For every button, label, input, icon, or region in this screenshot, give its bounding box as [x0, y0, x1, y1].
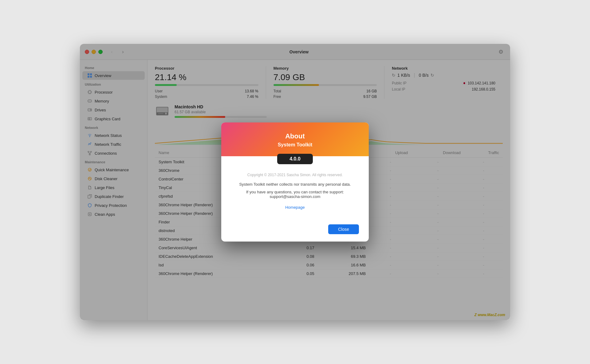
dialog-app-name: System Toolkit [229, 142, 361, 148]
dialog-no-collect: System Toolkit neither collects nor tran… [231, 182, 359, 187]
dialog-header: About System Toolkit [221, 122, 369, 156]
dialog-contact: If you have any questions, you can conta… [231, 190, 359, 199]
close-dialog-button[interactable]: Close [328, 224, 359, 234]
dialog-homepage-link[interactable]: Homepage [231, 205, 359, 210]
app-window: ‹ › Overview ⚙ Home Overview Utili [80, 44, 510, 320]
dialog-version-badge: 4.0.0 [277, 154, 313, 164]
dialog-footer: Close [221, 224, 369, 242]
dialog-version-wrapper: 4.0.0 [221, 156, 369, 164]
dialog-copyright: Copyright © 2017-2021 Sascha Simon. All … [231, 173, 359, 177]
modal-overlay: About System Toolkit 4.0.0 Copyright © 2… [80, 44, 510, 320]
about-dialog: About System Toolkit 4.0.0 Copyright © 2… [221, 122, 369, 242]
dialog-body: Copyright © 2017-2021 Sascha Simon. All … [221, 164, 369, 224]
dialog-about-label: About [229, 132, 361, 140]
